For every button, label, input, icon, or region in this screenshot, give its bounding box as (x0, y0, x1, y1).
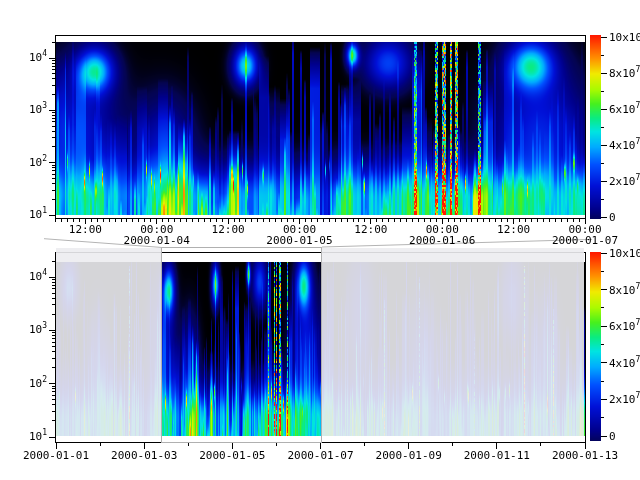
x-tick-date-label: 2000-01-03 (111, 450, 177, 461)
y-minor-tick (52, 338, 55, 339)
x-minor-tick (471, 219, 472, 222)
x-minor-tick (376, 219, 377, 222)
y-major-tick (49, 110, 55, 111)
selection-box[interactable] (161, 247, 322, 443)
x-tick-time-label: 12:00 (354, 224, 387, 235)
x-minor-tick (186, 219, 187, 222)
y-minor-tick (52, 115, 55, 116)
y-minor-tick (52, 78, 55, 79)
y-minor-tick (52, 170, 55, 171)
y-tick-label: 104 (0, 271, 47, 282)
x-minor-tick (329, 219, 330, 222)
colorbar-tick-label: 2x107 (609, 176, 640, 187)
x-minor-tick (452, 443, 453, 446)
y-tick-label: 103 (0, 324, 47, 335)
y-minor-tick (52, 167, 55, 168)
x-minor-tick (275, 219, 276, 222)
x-minor-tick (442, 219, 443, 222)
colorbar-major-tick (601, 436, 607, 437)
spectrogram-browser: 12:0000:002000-01-0412:0000:002000-01-05… (0, 0, 640, 480)
y-minor-tick (52, 131, 55, 132)
y-minor-tick (52, 285, 55, 286)
colorbar-tick-label: 0 (609, 212, 616, 223)
y-minor-tick (52, 404, 55, 405)
x-minor-tick (239, 219, 240, 222)
zoom-colorbar (590, 35, 601, 219)
y-major-tick (49, 215, 55, 216)
x-tick-time-label: 12:00 (212, 224, 245, 235)
y-minor-tick (52, 146, 55, 147)
x-minor-tick (341, 219, 342, 222)
x-tick-time-label: 12:00 (69, 224, 102, 235)
x-minor-tick (561, 219, 562, 222)
colorbar-major-tick (601, 73, 607, 74)
x-minor-tick (466, 219, 467, 222)
colorbar-minor-tick (601, 271, 604, 272)
y-minor-tick (52, 66, 55, 67)
x-minor-tick (204, 219, 205, 222)
zoom-spectrogram[interactable] (56, 42, 585, 215)
x-tick-time-label: 12:00 (497, 224, 530, 235)
y-minor-tick (52, 314, 55, 315)
colorbar-major-tick (601, 253, 607, 254)
y-minor-tick (52, 112, 55, 113)
colorbar-major-tick (601, 145, 607, 146)
colorbar-tick-label: 10x107 (609, 32, 640, 43)
y-tick-label: 103 (0, 104, 47, 115)
y-minor-tick (52, 332, 55, 333)
x-minor-tick (156, 219, 157, 222)
x-minor-tick (55, 219, 56, 222)
x-minor-tick (531, 219, 532, 222)
y-minor-tick (52, 183, 55, 184)
y-minor-tick (52, 358, 55, 359)
overview-colorbar (590, 252, 601, 441)
colorbar-minor-tick (601, 417, 604, 418)
y-minor-tick (52, 282, 55, 283)
x-tick-date-label: 2000-01-09 (376, 450, 442, 461)
x-tick-date-label: 2000-01-06 (409, 235, 475, 246)
y-minor-tick (52, 346, 55, 347)
x-minor-tick (73, 219, 74, 222)
y-minor-tick (52, 351, 55, 352)
x-minor-tick (257, 219, 258, 222)
x-minor-tick (115, 219, 116, 222)
x-minor-tick (234, 219, 235, 222)
x-minor-tick (347, 219, 348, 222)
colorbar-minor-tick (601, 127, 604, 128)
x-minor-tick (525, 219, 526, 222)
y-minor-tick (52, 199, 55, 200)
x-minor-tick (276, 443, 277, 446)
x-minor-tick (400, 219, 401, 222)
y-minor-tick (52, 126, 55, 127)
x-minor-tick (412, 219, 413, 222)
y-minor-tick (52, 399, 55, 400)
y-minor-tick (52, 60, 55, 61)
x-minor-tick (109, 219, 110, 222)
x-minor-tick (132, 219, 133, 222)
y-minor-tick (52, 178, 55, 179)
x-minor-tick (370, 219, 371, 222)
colorbar-minor-tick (601, 163, 604, 164)
x-minor-tick (418, 219, 419, 222)
x-tick-date-label: 2000-01-11 (464, 450, 530, 461)
y-minor-tick (52, 367, 55, 368)
y-minor-tick (52, 395, 55, 396)
y-major-tick (49, 437, 55, 438)
x-minor-tick (150, 219, 151, 222)
colorbar-tick-label: 10x107 (609, 248, 640, 259)
x-minor-tick (192, 219, 193, 222)
x-minor-tick (228, 219, 229, 222)
x-minor-tick (100, 443, 101, 446)
y-major-tick (49, 162, 55, 163)
colorbar-tick-label: 4x107 (609, 357, 640, 368)
colorbar-tick-label: 2x107 (609, 394, 640, 405)
y-minor-tick (52, 304, 55, 305)
x-minor-tick (317, 219, 318, 222)
y-tick-label: 102 (0, 157, 47, 168)
x-minor-tick (335, 219, 336, 222)
colorbar-tick-label: 8x107 (609, 284, 640, 295)
y-minor-tick (52, 137, 55, 138)
colorbar-major-tick (601, 109, 607, 110)
y-minor-tick (52, 298, 55, 299)
x-minor-tick (460, 219, 461, 222)
